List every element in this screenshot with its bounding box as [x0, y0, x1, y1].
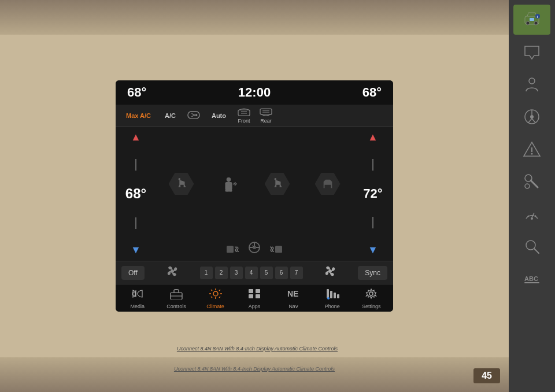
apps-icon: [247, 288, 261, 302]
right-temp-down[interactable]: ▼: [368, 244, 378, 256]
svg-rect-45: [256, 294, 260, 298]
speed-btn-3[interactable]: 3: [230, 267, 243, 279]
right-temp-up[interactable]: ▲: [368, 131, 378, 143]
climate-area: ▲ 68° ▼: [116, 127, 393, 284]
svg-rect-5: [260, 109, 272, 114]
sidebar-search[interactable]: [513, 231, 550, 261]
climate-icon: [209, 288, 223, 302]
bottom-nav: Media Controls: [116, 284, 393, 312]
svg-point-52: [369, 292, 373, 295]
svg-point-17: [274, 178, 276, 180]
sidebar-abc[interactable]: A B C: [513, 264, 550, 294]
nav-item-apps[interactable]: Apps: [238, 288, 271, 309]
recirc-button[interactable]: [184, 110, 204, 121]
speed-btn-1[interactable]: 1: [200, 267, 213, 279]
climate-screen: 68° 12:00 68° Max A/C A/C Auto: [116, 80, 393, 312]
svg-point-54: [526, 21, 530, 25]
ac-button[interactable]: A/C: [159, 109, 182, 122]
svg-rect-0: [188, 112, 199, 119]
svg-line-40: [219, 290, 220, 291]
max-ac-button[interactable]: Max A/C: [120, 109, 157, 122]
steering-heat[interactable]: [247, 241, 262, 254]
sidebar-car-info[interactable]: i: [513, 5, 550, 35]
svg-rect-2: [238, 110, 250, 116]
controls-icon: [169, 288, 183, 302]
sidebar-steering[interactable]: [513, 102, 550, 132]
auto-button[interactable]: Auto: [206, 109, 232, 122]
nav-icon-map: NE: [286, 288, 300, 302]
left-temp-down[interactable]: ▼: [131, 244, 141, 256]
svg-rect-49: [334, 293, 336, 298]
sidebar-gauge[interactable]: [513, 199, 550, 229]
nav-item-media[interactable]: Media: [121, 288, 154, 309]
svg-line-64: [532, 119, 535, 123]
speed-btn-4[interactable]: 4: [245, 267, 258, 279]
media-icon: [131, 288, 145, 302]
svg-rect-44: [249, 294, 253, 298]
svg-rect-42: [249, 289, 253, 293]
left-temp-up[interactable]: ▲: [131, 131, 141, 143]
svg-rect-20: [227, 250, 234, 253]
sync-button[interactable]: Sync: [358, 266, 387, 280]
nav-label: Nav: [288, 304, 298, 309]
phone-label: Phone: [325, 304, 340, 309]
passenger-seat-button[interactable]: [265, 173, 290, 195]
climate-label: Climate: [206, 304, 224, 309]
svg-point-29: [328, 269, 332, 273]
sidebar-message[interactable]: [513, 37, 550, 67]
nav-item-phone[interactable]: Phone: [316, 288, 349, 309]
screen-caption: Uconnect 8.4N 8AN With 8.4-Inch Display …: [0, 366, 509, 372]
fan-off-button[interactable]: Off: [121, 266, 145, 280]
top-bar: [0, 0, 555, 35]
left-temp-value: 68°: [125, 186, 146, 202]
seat-icons-row: [156, 130, 353, 238]
media-label: Media: [130, 304, 145, 309]
page-caption: Uconnect 8.4N 8AN With 8.4-Inch Display …: [12, 342, 503, 353]
clock-display: 12:00: [238, 85, 271, 100]
left-temp-control: ▲ 68° ▼: [116, 127, 156, 261]
temp-left-display: 68°: [127, 85, 146, 100]
speed-buttons: 1 2 3 4 5 6 7: [200, 267, 303, 279]
main-content: 68° 12:00 68° Max A/C A/C Auto: [0, 35, 509, 357]
nav-item-settings[interactable]: Settings: [355, 288, 387, 309]
nav-item-climate[interactable]: Climate: [199, 288, 232, 309]
speed-btn-7[interactable]: 7: [290, 267, 303, 279]
svg-text:C: C: [534, 275, 538, 282]
nav-item-nav[interactable]: NE Nav: [277, 288, 309, 309]
svg-text:NE: NE: [287, 289, 298, 298]
heat-icons-row: [225, 238, 284, 257]
svg-rect-56: [530, 18, 534, 21]
settings-icon: [364, 288, 378, 302]
speed-btn-5[interactable]: 5: [260, 267, 273, 279]
status-bar: 68° 12:00 68°: [116, 80, 393, 105]
controls-label: Controls: [166, 304, 186, 309]
svg-rect-43: [256, 289, 260, 293]
svg-line-75: [534, 249, 539, 253]
speed-btn-6[interactable]: 6: [275, 267, 288, 279]
svg-point-1: [195, 114, 198, 116]
main-driver-figure: [219, 173, 240, 194]
speed-btn-2[interactable]: 2: [215, 267, 228, 279]
sidebar-tools[interactable]: [513, 167, 550, 197]
sidebar-warning[interactable]: [513, 134, 550, 164]
front-defrost-button[interactable]: Front: [234, 107, 254, 124]
svg-line-63: [528, 119, 532, 123]
right-sidebar: i: [509, 0, 555, 392]
svg-point-66: [531, 153, 533, 155]
sidebar-person[interactable]: [513, 69, 550, 99]
svg-rect-47: [327, 289, 329, 298]
svg-rect-79: [524, 282, 539, 283]
rear-defrost-button[interactable]: Rear: [256, 107, 276, 124]
nav-item-controls[interactable]: Controls: [160, 288, 193, 309]
center-seat-area: [156, 127, 353, 261]
svg-point-59: [529, 78, 535, 84]
right-temp-control: ▲ 72° ▼: [353, 127, 393, 261]
settings-label: Settings: [362, 304, 381, 309]
svg-line-38: [211, 290, 212, 291]
right-seat-heat[interactable]: [269, 241, 284, 254]
fan-icon-right: [324, 265, 336, 280]
driver-seat-button[interactable]: [169, 173, 194, 195]
phone-icon: [325, 288, 339, 302]
left-seat-heat[interactable]: [225, 241, 240, 254]
rear-heat-button[interactable]: [315, 173, 341, 195]
